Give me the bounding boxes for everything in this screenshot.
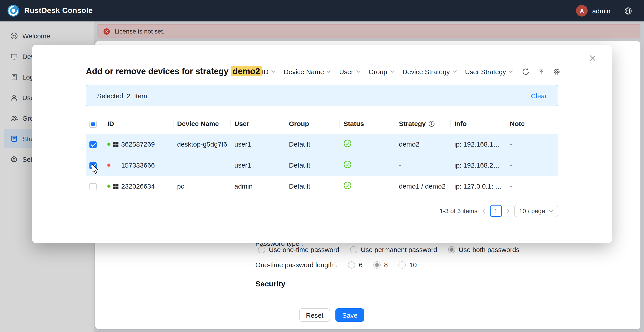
rustdesk-console-app: RustDesk Console A admin Welcome De xyxy=(0,0,644,332)
radio-label: 6 xyxy=(359,261,363,269)
group-cell: Default xyxy=(285,176,340,197)
add-remove-devices-modal: Add or remove devices for strategy demo2… xyxy=(32,45,612,243)
column-header-label: Strategy xyxy=(399,120,426,128)
modal-header: Add or remove devices for strategy demo2… xyxy=(86,65,558,78)
selection-count: 2 xyxy=(127,92,130,99)
topbar-user-area: A admin xyxy=(576,0,632,21)
radio-icon[interactable] xyxy=(398,261,406,268)
filter-label: Device Strategy xyxy=(402,68,450,75)
note-cell: - xyxy=(506,176,558,197)
column-header-id: ID xyxy=(104,114,174,134)
strategy-cell: demo1 / demo2 xyxy=(395,176,451,197)
offline-status-dot xyxy=(107,164,110,167)
page-1-button[interactable]: 1 xyxy=(490,205,502,217)
gear-icon[interactable] xyxy=(553,68,560,75)
radio-label: 10 xyxy=(409,261,416,269)
device-id: 232026634 xyxy=(121,182,155,190)
online-status-dot xyxy=(107,143,110,146)
filter-label: Group xyxy=(368,68,387,75)
chevron-down-icon xyxy=(327,70,331,73)
chevron-down-icon xyxy=(271,70,276,73)
selection-info-bar: Selected 2 Item Clear xyxy=(86,85,558,106)
import-icon[interactable] xyxy=(538,68,545,75)
info-cell: ip: 192.168.10.1... xyxy=(451,134,506,155)
group-cell: Default xyxy=(285,134,340,155)
filter-label: ID xyxy=(262,68,268,75)
filter-user[interactable]: User xyxy=(339,68,360,75)
chevron-down-icon xyxy=(452,70,457,73)
user-avatar[interactable]: A xyxy=(576,5,588,16)
radio-use-permanent-password[interactable]: Use permanent password xyxy=(350,246,437,253)
row-checkbox[interactable] xyxy=(90,141,96,148)
radio-icon-selected[interactable] xyxy=(448,246,455,253)
next-page-button[interactable] xyxy=(506,208,510,213)
select-all-checkbox[interactable] xyxy=(90,121,96,128)
refresh-icon[interactable] xyxy=(522,68,530,75)
page-size-value: 10 / page xyxy=(519,207,545,214)
status-ok-icon xyxy=(344,139,352,147)
online-status-dot xyxy=(107,185,110,188)
language-icon[interactable] xyxy=(624,6,632,15)
selection-suffix: Item xyxy=(134,92,147,99)
close-icon[interactable] xyxy=(588,54,596,62)
filter-group[interactable]: Group xyxy=(368,68,394,75)
radio-use-one-time-password[interactable]: Use one-time password xyxy=(258,246,339,253)
save-button[interactable]: Save xyxy=(336,308,364,322)
radio-icon[interactable] xyxy=(258,246,265,253)
radio-icon-selected[interactable] xyxy=(374,261,380,268)
info-cell: ip: 127.0.0.1; ve... xyxy=(451,176,506,197)
row-checkbox[interactable] xyxy=(90,183,96,190)
column-header-group: Group xyxy=(285,114,340,134)
os-icon-empty xyxy=(113,162,118,168)
radio-icon[interactable] xyxy=(348,261,355,268)
app-title: RustDesk Console xyxy=(24,6,93,15)
filter-id[interactable]: ID xyxy=(262,68,276,75)
radio-label: 8 xyxy=(384,261,388,269)
table-tools xyxy=(522,68,560,75)
modal-title-text: Add or remove devices for strategy xyxy=(86,67,231,76)
page-size-select[interactable]: 10 / page xyxy=(514,204,558,217)
windows-icon xyxy=(113,183,118,189)
note-cell: - xyxy=(506,134,558,155)
table-header-row: ID Device Name User Group Status Strateg… xyxy=(86,114,558,134)
column-header-strategy: Strategy xyxy=(395,114,451,134)
group-cell: Default xyxy=(285,155,340,176)
radio-label: Use both passwords xyxy=(459,246,520,253)
pagination-total: 1-3 of 3 items xyxy=(440,207,478,214)
device-id: 362587269 xyxy=(121,140,155,148)
prev-page-button[interactable] xyxy=(482,208,486,213)
info-cell: ip: 192.168.203.... xyxy=(451,155,506,176)
column-header-info: Info xyxy=(451,114,506,134)
note-cell: - xyxy=(506,155,558,176)
otp-length-label: One-time password length : xyxy=(255,261,338,269)
info-icon[interactable] xyxy=(428,121,435,127)
reset-button[interactable]: Reset xyxy=(299,308,330,322)
radio-use-both-passwords[interactable]: Use both passwords xyxy=(448,246,520,253)
filter-device-name[interactable]: Device Name xyxy=(284,68,331,75)
radio-icon[interactable] xyxy=(350,246,357,253)
password-type-options: Use one-time password Use permanent pass… xyxy=(258,246,520,253)
mouse-cursor xyxy=(91,164,99,175)
column-header-device-name: Device Name xyxy=(174,114,231,134)
chevron-down-icon xyxy=(549,209,553,212)
table-row[interactable]: 232026634 pc admin Default demo1 / demo2… xyxy=(86,176,558,197)
pagination: 1-3 of 3 items 1 10 / page xyxy=(86,204,558,217)
chevron-down-icon xyxy=(509,70,513,73)
user-cell: admin xyxy=(231,176,285,197)
table-row[interactable]: 157333666 user1 Default - ip: 192.168.20… xyxy=(86,155,558,176)
device-id: 157333666 xyxy=(121,161,155,169)
radio-otp-10[interactable]: 10 xyxy=(398,261,416,269)
filter-user-strategy[interactable]: User Strategy xyxy=(465,68,513,75)
column-header-status: Status xyxy=(340,114,395,134)
device-name-cell: desktop-g5dg7f6 xyxy=(174,134,231,155)
device-name-cell xyxy=(174,155,231,176)
filter-bar: ID Device Name User Group Device Strateg… xyxy=(262,68,560,75)
filter-label: Device Name xyxy=(284,68,324,75)
user-cell: user1 xyxy=(231,134,285,155)
radio-otp-8[interactable]: 8 xyxy=(374,261,388,269)
clear-selection-link[interactable]: Clear xyxy=(531,92,547,99)
status-ok-icon xyxy=(344,160,352,168)
table-row[interactable]: 362587269 desktop-g5dg7f6 user1 Default … xyxy=(86,134,558,155)
filter-device-strategy[interactable]: Device Strategy xyxy=(402,68,457,75)
radio-otp-6[interactable]: 6 xyxy=(348,261,363,269)
